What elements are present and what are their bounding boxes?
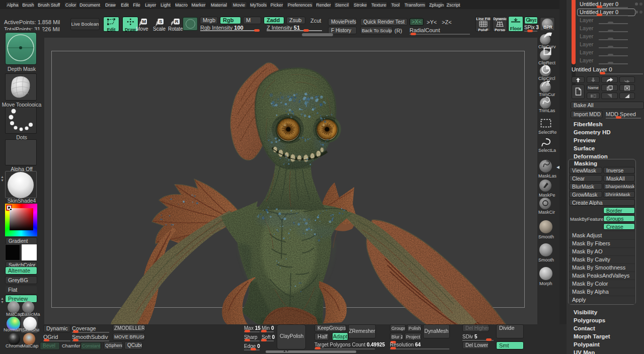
svg-text:M: M xyxy=(142,19,146,24)
svg-text:R: R xyxy=(175,19,179,24)
svg-text:xyz: xyz xyxy=(530,18,536,23)
svg-text:S: S xyxy=(159,19,162,24)
